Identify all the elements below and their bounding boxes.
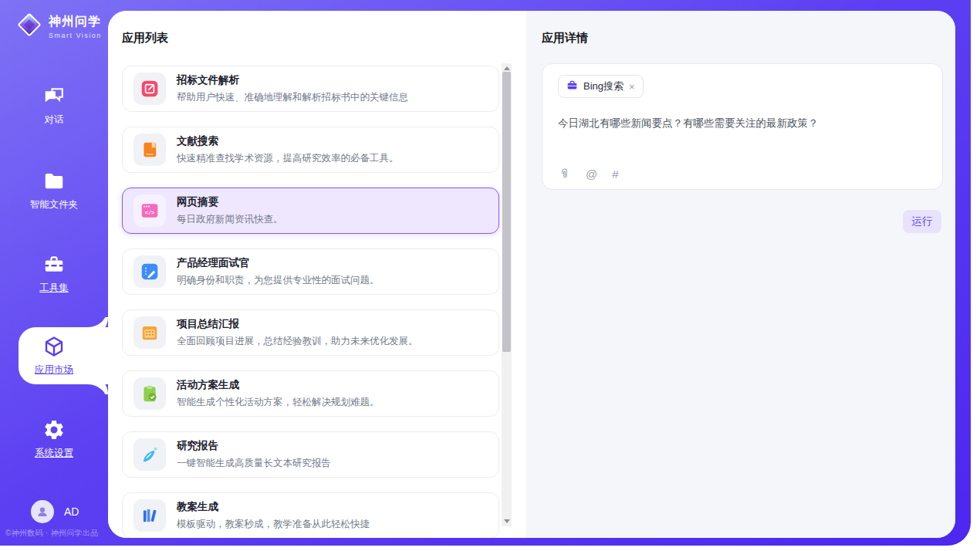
app-card-title: 文献搜索 <box>177 134 399 148</box>
sidebar-item-app-market[interactable]: 应用市场 <box>0 335 108 377</box>
attachment-icon[interactable] <box>558 167 571 181</box>
sidebar-item-label: 系统设置 <box>0 447 108 460</box>
sidebar-item-label: 应用市场 <box>0 363 108 377</box>
brand-name: 神州问学 <box>49 14 102 30</box>
app-list-title: 应用列表 <box>122 31 168 46</box>
user-initials: AD <box>64 505 79 518</box>
gear-icon <box>0 418 108 441</box>
bid-parse-icon <box>133 73 166 105</box>
app-card-desc: 明确身份和职责，为您提供专业性的面试问题。 <box>177 274 380 287</box>
folder-icon <box>0 170 108 193</box>
app-window: 神州问学 Smart Vision 对话 智能文件夹 <box>0 0 971 546</box>
app-list-panel: 应用列表 招标文件解析 帮助用户快速、准确地理解和解析招标书中的关键信息 <box>108 11 526 538</box>
scrollbar-thumb[interactable] <box>502 72 511 352</box>
scrollbar-up-arrow-icon[interactable] <box>504 66 510 70</box>
app-card-title: 产品经理面试官 <box>177 256 380 270</box>
sidebar: 神州问学 Smart Vision 对话 智能文件夹 <box>0 0 108 546</box>
prompt-input[interactable]: 今日湖北有哪些新闻要点？有哪些需要关注的最新政策？ <box>558 117 921 130</box>
run-button[interactable]: 运行 <box>903 210 941 233</box>
app-card-desc: 智能生成个性化活动方案，轻松解决规划难题。 <box>177 396 380 409</box>
app-card-research-report[interactable]: 研究报告 一键智能生成高质量长文本研究报告 <box>122 431 499 478</box>
app-card-desc: 模板驱动，教案秒成，教学准备从此轻松快捷 <box>177 518 370 531</box>
app-card-title: 研究报告 <box>177 439 331 453</box>
brand-logo: 神州问学 Smart Vision <box>15 11 102 42</box>
brand-subtitle: Smart Vision <box>49 32 102 39</box>
user-account[interactable]: AD <box>31 500 79 523</box>
app-card-title: 活动方案生成 <box>177 378 380 392</box>
app-card-desc: 全面回顾项目进展，总结经验教训，助力未来优化发展。 <box>177 335 418 348</box>
sidebar-item-toolset[interactable]: 工具集 <box>0 253 108 295</box>
app-card-pm-interview[interactable]: 产品经理面试官 明确身份和职责，为您提供专业性的面试问题。 <box>122 248 499 295</box>
scrollbar[interactable] <box>502 63 512 526</box>
webpage-summary-icon: </> <box>133 194 166 227</box>
app-card-desc: 快速精准查找学术资源，提高研究效率的必备工具。 <box>177 152 399 165</box>
sidebar-item-label: 智能文件夹 <box>0 198 108 211</box>
sidebar-item-smart-folder[interactable]: 智能文件夹 <box>0 170 108 211</box>
sidebar-item-settings[interactable]: 系统设置 <box>0 418 108 460</box>
app-card-desc: 一键智能生成高质量长文本研究报告 <box>177 457 331 470</box>
toolbox-icon <box>0 253 108 276</box>
literature-search-icon <box>133 134 166 166</box>
input-toolbar: @ # <box>558 167 619 181</box>
avatar <box>31 500 54 523</box>
app-card-lesson-plan[interactable]: 教案生成 模板驱动，教案秒成，教学准备从此轻松快捷 <box>122 492 499 538</box>
app-card-activity-plan[interactable]: 活动方案生成 智能生成个性化活动方案，轻松解决规划难题。 <box>122 370 499 417</box>
project-report-icon <box>133 316 166 349</box>
tool-tag-label: Bing搜索 <box>583 79 623 93</box>
sidebar-item-label: 工具集 <box>0 282 108 295</box>
prompt-input-card[interactable]: Bing搜索 × 今日湖北有哪些新闻要点？有哪些需要关注的最新政策？ @ # <box>542 63 943 190</box>
research-report-icon <box>133 438 166 471</box>
app-card-literature-search[interactable]: 文献搜索 快速精准查找学术资源，提高研究效率的必备工具。 <box>122 127 499 173</box>
sidebar-item-chat[interactable]: 对话 <box>0 85 108 127</box>
close-icon[interactable]: × <box>629 82 635 92</box>
svg-text:</>: </> <box>145 210 155 216</box>
scrollbar-down-arrow-icon[interactable] <box>504 519 510 523</box>
app-card-desc: 帮助用户快速、准确地理解和解析招标书中的关键信息 <box>177 91 408 104</box>
app-card-title: 招标文件解析 <box>177 73 408 87</box>
app-card-project-report[interactable]: 项目总结汇报 全面回顾项目进展，总结经验教训，助力未来优化发展。 <box>122 309 499 356</box>
hash-icon[interactable]: # <box>612 167 618 181</box>
app-detail-panel: 应用详情 Bing搜索 × 今日湖北有哪些新闻要点？有哪些需要关注的最新政策？ <box>526 11 955 538</box>
app-card-list: 招标文件解析 帮助用户快速、准确地理解和解析招标书中的关键信息 文献搜索 <box>122 66 499 538</box>
pm-interview-icon <box>133 255 166 288</box>
cube-icon <box>0 335 108 358</box>
sidebar-item-label: 对话 <box>0 113 108 127</box>
brand-diamond-icon <box>15 11 43 42</box>
chat-icon <box>0 85 108 108</box>
lesson-plan-icon <box>133 499 166 532</box>
sidebar-footer: ©神州数码 · 神州问学出品 <box>5 528 106 539</box>
tool-tag-bing-search[interactable]: Bing搜索 × <box>558 75 644 98</box>
content-area: 应用列表 招标文件解析 帮助用户快速、准确地理解和解析招标书中的关键信息 <box>108 11 955 538</box>
app-card-desc: 每日政府新闻资讯快查。 <box>177 213 283 226</box>
app-card-title: 教案生成 <box>177 500 370 514</box>
app-card-webpage-summary[interactable]: </> 网页摘要 每日政府新闻资讯快查。 <box>122 188 499 234</box>
app-card-title: 网页摘要 <box>177 195 283 209</box>
mention-icon[interactable]: @ <box>586 167 597 181</box>
app-detail-title: 应用详情 <box>542 31 588 46</box>
app-card-title: 项目总结汇报 <box>177 317 418 331</box>
activity-plan-icon <box>133 377 166 410</box>
app-card-bid-parse[interactable]: 招标文件解析 帮助用户快速、准确地理解和解析招标书中的关键信息 <box>122 66 499 112</box>
briefcase-icon <box>566 79 578 94</box>
